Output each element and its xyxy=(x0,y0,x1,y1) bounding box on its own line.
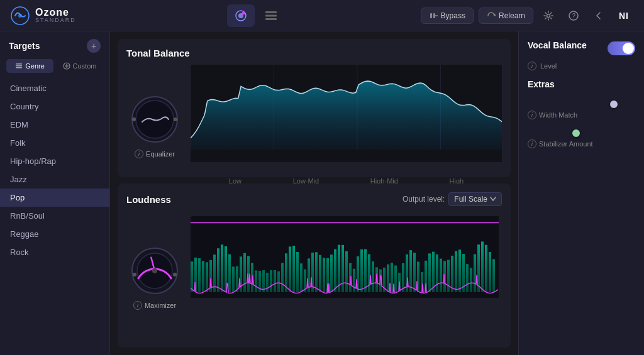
tonal-panel-body: i Equalizer Low Low-Mid High-Mid High xyxy=(126,65,502,187)
sidebar-item-country[interactable]: Country xyxy=(0,97,109,116)
svg-point-1 xyxy=(18,14,22,18)
add-target-button[interactable]: + xyxy=(87,39,101,53)
sidebar-item-pop[interactable]: Pop xyxy=(0,188,109,207)
header: Ozone STANDARD Bypass xyxy=(0,0,644,31)
sidebar-header: Targets + xyxy=(0,39,109,59)
output-level-row: Output level: Full Scale xyxy=(402,192,502,206)
eq-info-icon[interactable]: i xyxy=(135,150,143,158)
maximizer-knob-svg xyxy=(130,246,180,296)
stabilizer-thumb[interactable] xyxy=(572,129,580,137)
tonal-canvas xyxy=(191,65,502,162)
ni-logo: NI xyxy=(614,6,634,26)
settings-button[interactable] xyxy=(538,6,558,26)
logo-area: Ozone STANDARD xyxy=(10,6,92,26)
loudness-panel: Loudness Output level: Full Scale xyxy=(118,183,511,347)
equalizer-knob[interactable] xyxy=(130,94,180,145)
output-level-label: Output level: xyxy=(402,195,445,204)
logo-icon xyxy=(10,6,30,26)
tonal-chart[interactable]: Low Low-Mid High-Mid High xyxy=(191,65,502,187)
svg-point-29 xyxy=(152,268,157,273)
width-match-group: i Width Match xyxy=(528,104,635,119)
tonal-balance-panel: Tonal Balance xyxy=(118,39,511,177)
content-area: Tonal Balance xyxy=(110,31,518,355)
assistant-icon xyxy=(234,9,248,23)
stabilizer-group: i Stabilizer Amount xyxy=(528,128,635,148)
tonal-balance-title: Tonal Balance xyxy=(126,48,502,58)
sidebar-item-cinematic[interactable]: Cinematic xyxy=(0,79,109,97)
svg-rect-7 xyxy=(265,18,277,20)
back-icon xyxy=(594,11,604,21)
extras-section: Extras i Width Match i xyxy=(528,79,635,148)
width-info-icon[interactable]: i xyxy=(528,111,536,119)
sidebar-item-reggae[interactable]: Reggae xyxy=(0,225,109,243)
loudness-title: Loudness xyxy=(126,194,171,205)
stabilizer-info-icon[interactable]: i xyxy=(528,139,536,148)
genre-tab-label: Genre xyxy=(25,62,45,70)
sidebar-tabs: Genre Custom xyxy=(0,59,109,73)
app-subtitle: STANDARD xyxy=(35,18,76,24)
loudness-left: i Maximizer xyxy=(126,216,183,339)
help-icon: ? xyxy=(569,11,579,21)
targets-title: Targets xyxy=(9,41,40,51)
svg-rect-8 xyxy=(430,13,432,18)
right-panel: Vocal Balance i Level Extras xyxy=(518,31,644,355)
header-controls: Bypass Relearn ? NI xyxy=(421,6,634,26)
svg-text:?: ? xyxy=(572,13,575,19)
sidebar-item-folk[interactable]: Folk xyxy=(0,134,109,152)
bypass-label: Bypass xyxy=(441,11,465,20)
toggle-knob xyxy=(623,43,634,54)
eq-knob-svg xyxy=(130,94,180,145)
loudness-body: i Maximizer xyxy=(126,216,502,339)
svg-point-27 xyxy=(173,273,177,276)
sidebar-item-rock[interactable]: Rock xyxy=(0,243,109,261)
sidebar: Targets + Genre Custom xyxy=(0,31,110,355)
custom-tab[interactable]: Custom xyxy=(56,59,103,73)
vocal-balance-section: Vocal Balance i Level xyxy=(528,40,635,70)
output-level-dropdown[interactable]: Full Scale xyxy=(448,192,502,206)
sidebar-item-rnbsoul[interactable]: RnB/Soul xyxy=(0,207,109,225)
loudness-canvas xyxy=(191,216,499,298)
svg-point-23 xyxy=(174,117,177,121)
tonal-left: i Equalizer xyxy=(126,65,183,187)
width-match-thumb[interactable] xyxy=(610,101,618,108)
svg-point-26 xyxy=(133,273,136,276)
help-button[interactable]: ? xyxy=(564,6,584,26)
add-icon: + xyxy=(91,41,96,51)
dropdown-chevron-icon xyxy=(490,197,496,202)
svg-point-11 xyxy=(547,14,550,17)
sidebar-list: Cinematic Country EDM Folk Hip-hop/Rap J… xyxy=(0,79,109,347)
back-button[interactable] xyxy=(589,6,609,26)
level-label: Level xyxy=(540,62,557,70)
sidebar-item-hiphop[interactable]: Hip-hop/Rap xyxy=(0,152,109,170)
svg-rect-14 xyxy=(16,63,22,65)
plus-circle-icon xyxy=(63,62,70,70)
main-area: Targets + Genre Custom xyxy=(0,31,644,355)
tab-modules[interactable] xyxy=(257,4,285,27)
custom-tab-label: Custom xyxy=(73,62,97,70)
loudness-header: Loudness Output level: Full Scale xyxy=(126,192,502,206)
svg-rect-5 xyxy=(265,11,277,13)
extras-title: Extras xyxy=(528,79,635,89)
svg-rect-15 xyxy=(16,65,22,67)
svg-point-22 xyxy=(132,117,136,121)
relearn-icon xyxy=(487,11,496,20)
max-info-icon[interactable]: i xyxy=(133,301,142,310)
width-match-label: Width Match xyxy=(539,111,577,119)
bypass-button[interactable]: Bypass xyxy=(421,8,474,24)
maximizer-knob[interactable] xyxy=(130,246,180,296)
sidebar-item-edm[interactable]: EDM xyxy=(0,116,109,134)
sidebar-item-jazz[interactable]: Jazz xyxy=(0,170,109,188)
modules-icon xyxy=(264,9,278,23)
relearn-label: Relearn xyxy=(499,11,525,20)
loudness-chart[interactable] xyxy=(191,216,502,339)
tab-assistant[interactable] xyxy=(227,4,255,27)
svg-rect-9 xyxy=(433,13,435,18)
level-info-icon[interactable]: i xyxy=(528,62,536,70)
genre-tab[interactable]: Genre xyxy=(6,59,53,73)
equalizer-label: i Equalizer xyxy=(135,150,175,158)
vocal-balance-toggle[interactable] xyxy=(608,41,635,55)
relearn-button[interactable]: Relearn xyxy=(479,8,533,24)
svg-point-4 xyxy=(242,11,245,14)
app-title: Ozone xyxy=(35,7,76,18)
svg-rect-6 xyxy=(265,14,277,16)
